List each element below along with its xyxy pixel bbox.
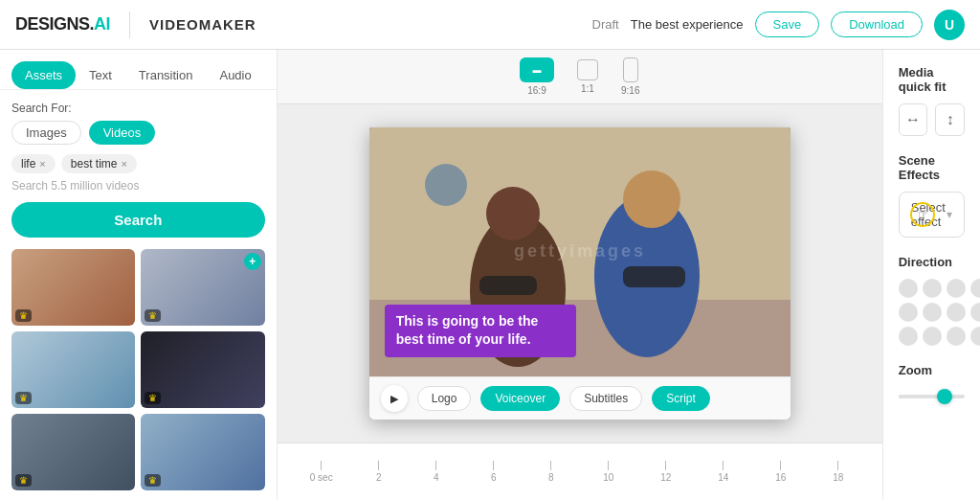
list-item[interactable]: ♛	[141, 331, 264, 408]
direction-title: Direction	[899, 255, 965, 269]
dir-dot[interactable]	[947, 303, 966, 322]
dir-dot[interactable]	[947, 327, 966, 346]
right-panel: Media quick fit ↔ ↕ Scene Effects Select…	[882, 50, 980, 500]
fit-vertical-button[interactable]: ↕	[935, 103, 965, 136]
video-grid: ♛ ♛ + ♛ ♛ ♛ ♛	[11, 249, 265, 490]
add-badge[interactable]: +	[244, 253, 261, 270]
crown-badge: ♛	[145, 392, 161, 404]
zoom-title: Zoom	[899, 363, 965, 377]
subtitles-button[interactable]: Subtitles	[569, 386, 642, 411]
header-right: Draft The best experience Save Download …	[592, 10, 965, 40]
timeline-marker: 2	[350, 461, 408, 483]
sidebar-content: Search For: Images Videos life × best ti…	[0, 90, 277, 500]
media-quick-fit-title: Media quick fit	[899, 65, 965, 94]
zoom-slider[interactable]	[899, 387, 965, 406]
avatar: U	[934, 10, 965, 40]
voiceover-button[interactable]: Voiceover	[480, 386, 560, 411]
tag-best-time[interactable]: best time ×	[61, 154, 137, 173]
search-button[interactable]: Search	[11, 202, 265, 238]
type-images-button[interactable]: Images	[11, 121, 81, 145]
scene-effects-title: Scene Effects	[899, 153, 965, 182]
aspect-ratio-bar: ▬ 16:9 1:1 9:16	[278, 50, 882, 104]
direction-section: Direction	[899, 255, 965, 346]
type-videos-button[interactable]: Videos	[89, 121, 156, 145]
zoom-thumb[interactable]	[937, 389, 952, 404]
aspect-16-9-label: 16:9	[527, 85, 546, 96]
svg-rect-6	[479, 276, 537, 295]
dir-dot[interactable]	[923, 303, 942, 322]
crown-badge: ♛	[15, 392, 32, 404]
timeline-marker: 10	[580, 461, 637, 483]
effect-select[interactable]: Select effect ☞ ▾	[899, 192, 965, 238]
list-item[interactable]: ♛	[141, 414, 264, 490]
logo-button[interactable]: Logo	[417, 386, 472, 411]
crown-badge: ♛	[15, 309, 32, 322]
aspect-9-16[interactable]: 9:16	[621, 57, 639, 96]
dir-dot[interactable]	[899, 279, 918, 298]
project-title: The best experience	[631, 17, 744, 32]
crown-badge: ♛	[145, 474, 161, 487]
script-button[interactable]: Script	[652, 386, 710, 411]
sidebar: Assets Text Transition Audio Search For:…	[0, 50, 278, 500]
type-buttons: Images Videos	[11, 121, 265, 145]
play-button[interactable]: ▶	[381, 385, 408, 412]
sidebar-tabs: Assets Text Transition Audio	[0, 50, 277, 90]
aspect-16-9[interactable]: ▬ 16:9	[520, 57, 554, 96]
logo-text: DESIGNS.AI	[15, 14, 110, 34]
tag-best-time-remove[interactable]: ×	[121, 158, 126, 170]
list-item[interactable]: ♛ +	[141, 249, 264, 326]
tag-life[interactable]: life ×	[11, 154, 56, 173]
search-tags: life × best time × Search 5.5 million vi…	[11, 154, 265, 193]
timeline-marker: 12	[637, 461, 695, 483]
svg-rect-1	[369, 127, 791, 300]
subtitle-box: This is going to be the best time of you…	[385, 305, 576, 357]
svg-rect-9	[623, 266, 685, 287]
search-input-placeholder[interactable]: Search 5.5 million videos	[11, 179, 139, 193]
quick-fit-buttons: ↔ ↕	[899, 103, 965, 136]
dir-dot[interactable]	[899, 327, 918, 346]
dir-dot[interactable]	[899, 303, 918, 322]
media-quick-fit-section: Media quick fit ↔ ↕	[899, 65, 965, 136]
video-image-area: gettyimages This is going to be the best…	[369, 127, 791, 376]
list-item[interactable]: ♛	[11, 331, 135, 408]
video-controls: ▶ Logo Voiceover Subtitles Script	[369, 376, 791, 420]
tab-transition[interactable]: Transition	[125, 61, 207, 89]
timeline-marker: 14	[695, 461, 752, 483]
tab-audio[interactable]: Audio	[206, 61, 264, 89]
save-button[interactable]: Save	[755, 11, 820, 37]
product-name: VIDEOMAKER	[149, 16, 256, 33]
scene-effects-section: Scene Effects Select effect ☞ ▾	[899, 153, 965, 238]
timeline-marker: 4	[408, 461, 465, 483]
timeline-marker: 6	[465, 461, 523, 483]
download-button[interactable]: Download	[831, 11, 923, 37]
dir-dot[interactable]	[970, 327, 980, 346]
timeline-ruler: 0 sec 2 4 6 8 10 12 14 16 18	[293, 461, 867, 483]
chevron-down-icon: ▾	[947, 208, 952, 221]
video-container: gettyimages This is going to be the best…	[278, 104, 882, 443]
crown-badge: ♛	[145, 309, 161, 322]
tag-life-remove[interactable]: ×	[39, 158, 45, 170]
list-item[interactable]: ♛	[11, 414, 135, 490]
dir-dot[interactable]	[923, 327, 942, 346]
dir-dot[interactable]	[947, 279, 966, 298]
search-for-label: Search For:	[11, 102, 265, 115]
aspect-1-1[interactable]: 1:1	[577, 59, 598, 94]
dir-dot[interactable]	[970, 303, 980, 322]
zoom-track	[899, 395, 965, 398]
aspect-1-1-label: 1:1	[581, 83, 594, 94]
tab-text[interactable]: Text	[76, 61, 125, 89]
list-item[interactable]: ♛	[11, 249, 135, 326]
svg-point-2	[425, 164, 467, 206]
main-layout: Assets Text Transition Audio Search For:…	[0, 50, 980, 500]
aspect-9-16-icon	[623, 57, 638, 82]
dir-dot[interactable]	[923, 279, 942, 298]
crown-badge: ♛	[15, 474, 32, 487]
video-preview: gettyimages This is going to be the best…	[369, 127, 791, 420]
dir-dot[interactable]	[970, 279, 980, 298]
tab-assets[interactable]: Assets	[11, 61, 76, 89]
draft-label: Draft	[592, 17, 619, 32]
fit-horizontal-button[interactable]: ↔	[899, 103, 928, 136]
aspect-1-1-icon	[577, 59, 598, 80]
timeline-marker: 8	[523, 461, 580, 483]
svg-text:gettyimages: gettyimages	[514, 241, 646, 261]
